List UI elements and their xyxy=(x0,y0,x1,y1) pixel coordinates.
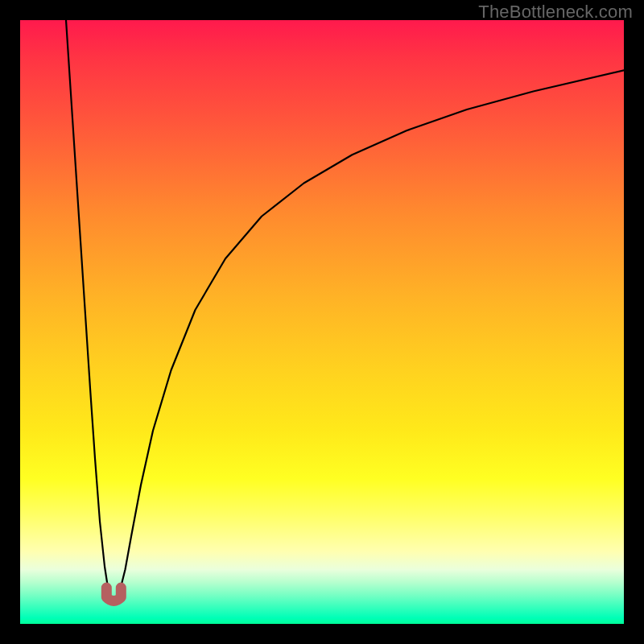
minimum-marker-icon xyxy=(106,588,121,601)
chart-plot-area xyxy=(20,20,624,624)
bottleneck-curve xyxy=(66,20,624,600)
chart-svg xyxy=(20,20,624,624)
chart-frame: TheBottleneck.com xyxy=(0,0,644,644)
watermark-text: TheBottleneck.com xyxy=(478,2,633,23)
